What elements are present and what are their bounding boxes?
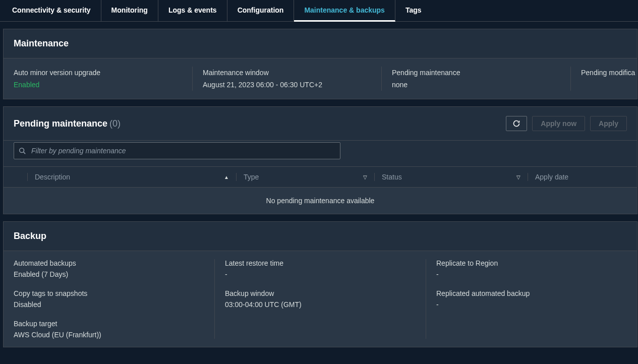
replicated-auto-value: -: [436, 300, 627, 309]
description-column[interactable]: Description ▲: [35, 173, 237, 181]
backup-target-value: AWS Cloud (EU (Frankfurt)): [14, 331, 204, 339]
pending-table-header: Description ▲ Type ▽ Status ▽ Apply date: [4, 166, 637, 188]
backup-window-value: 03:00-04:00 UTC (GMT): [225, 300, 416, 309]
auto-upgrade-label: Auto minor version upgrade: [14, 69, 182, 77]
maintenance-panel: Maintenance Auto minor version upgrade E…: [3, 29, 637, 99]
sort-icon: ▽: [516, 174, 520, 180]
tab-logs[interactable]: Logs & events: [158, 0, 227, 21]
replicate-region-label: Replicate to Region: [436, 259, 627, 267]
pending-modifications-label: Pending modifica: [581, 69, 635, 77]
status-header-text: Status: [382, 173, 402, 181]
pending-title: Pending maintenance: [14, 118, 107, 129]
automated-backups-value: Enabled (7 Days): [14, 270, 204, 278]
tab-tags[interactable]: Tags: [395, 0, 432, 21]
auto-upgrade-value: Enabled: [14, 81, 182, 89]
type-header-text: Type: [244, 173, 259, 181]
tab-configuration[interactable]: Configuration: [227, 0, 295, 21]
select-all-col[interactable]: [14, 173, 28, 181]
backup-window-label: Backup window: [225, 289, 416, 297]
maintenance-body: Auto minor version upgrade Enabled Maint…: [4, 58, 637, 99]
tab-monitoring[interactable]: Monitoring: [101, 0, 158, 21]
filter-input-wrap: [14, 142, 340, 159]
tab-maintenance-backups[interactable]: Maintenance & backups: [294, 0, 395, 22]
maintenance-title: Maintenance: [14, 38, 69, 49]
sort-asc-icon: ▲: [224, 174, 229, 180]
apply-date-column[interactable]: Apply date: [535, 173, 616, 181]
copy-tags-value: Disabled: [14, 300, 204, 309]
search-icon: [19, 147, 26, 154]
maintenance-window-label: Maintenance window: [203, 69, 371, 77]
status-column[interactable]: Status ▽: [382, 173, 528, 181]
latest-restore-label: Latest restore time: [225, 259, 416, 267]
pending-count: (0): [109, 118, 121, 129]
latest-restore-value: -: [225, 270, 416, 278]
automated-backups-label: Automated backups: [14, 259, 204, 267]
backup-header: Backup: [4, 222, 637, 251]
refresh-icon: [512, 119, 520, 128]
pending-filter-input[interactable]: [14, 142, 340, 159]
pending-maintenance-panel: Pending maintenance (0) Apply now Apply: [3, 106, 637, 214]
refresh-button[interactable]: [506, 116, 527, 131]
backup-panel: Backup Automated backups Enabled (7 Days…: [3, 221, 637, 347]
backup-target-label: Backup target: [14, 320, 204, 328]
tab-connectivity[interactable]: Connectivity & security: [2, 0, 101, 21]
maintenance-window-value: August 21, 2023 06:00 - 06:30 UTC+2: [203, 81, 371, 89]
pending-maintenance-header: Pending maintenance (0) Apply now Apply: [4, 107, 637, 141]
pending-maintenance-label: Pending maintenance: [392, 69, 560, 77]
copy-tags-label: Copy tags to snapshots: [14, 289, 204, 297]
sort-icon: ▽: [363, 174, 367, 180]
replicate-region-value: -: [436, 270, 627, 278]
apply-date-header-text: Apply date: [535, 173, 568, 181]
backup-body: Automated backups Enabled (7 Days) Copy …: [4, 251, 637, 347]
maintenance-header: Maintenance: [4, 29, 637, 58]
pending-maintenance-value: none: [392, 81, 560, 89]
type-column[interactable]: Type ▽: [244, 173, 375, 181]
backup-title: Backup: [14, 231, 46, 241]
svg-line-1: [24, 152, 26, 154]
pending-empty-message: No pending maintenance available: [4, 188, 637, 214]
tab-bar: Connectivity & security Monitoring Logs …: [0, 0, 638, 22]
apply-button[interactable]: Apply: [590, 116, 627, 131]
svg-point-0: [20, 148, 24, 153]
replicated-auto-label: Replicated automated backup: [436, 289, 627, 297]
description-header-text: Description: [35, 173, 70, 181]
apply-now-button[interactable]: Apply now: [532, 116, 585, 131]
